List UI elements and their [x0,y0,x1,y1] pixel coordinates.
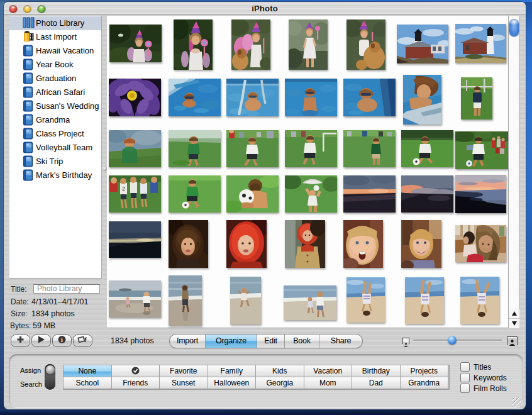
svg-text:i: i [61,336,63,343]
svg-text:2: 2 [122,185,125,192]
